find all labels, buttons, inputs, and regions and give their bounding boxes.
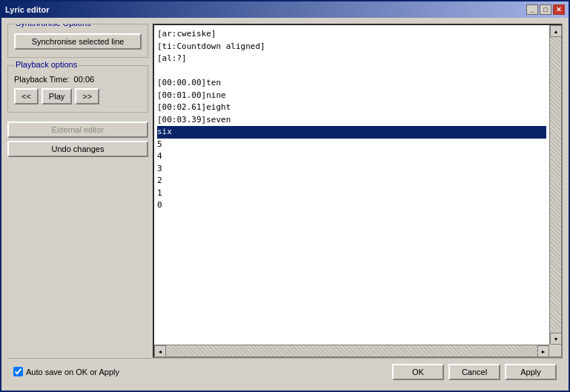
- forward-button[interactable]: >>: [75, 88, 99, 104]
- apply-button[interactable]: Apply: [505, 364, 557, 380]
- play-button[interactable]: Play: [42, 88, 72, 104]
- lyric-line[interactable]: six: [157, 126, 546, 139]
- lyric-line[interactable]: [al:?]: [157, 53, 546, 65]
- scrollbar-corner: [549, 345, 561, 356]
- playback-time-label: Playback Time:: [14, 75, 70, 84]
- autosave-label: Auto save on OK or Apply: [26, 368, 119, 376]
- scroll-up-button[interactable]: ▲: [550, 25, 562, 37]
- footer: Auto save on OK or Apply OK Cancel Apply: [7, 358, 563, 385]
- autosave-row: Auto save on OK or Apply: [13, 367, 119, 376]
- sync-selected-line-button[interactable]: Synchronise selected line: [14, 33, 142, 50]
- playback-controls: << Play >>: [14, 88, 142, 104]
- main-content: Synchronise Options Synchronise selected…: [7, 24, 563, 358]
- minimize-button[interactable]: _: [526, 4, 538, 15]
- lyric-line[interactable]: 5: [157, 139, 546, 151]
- close-button[interactable]: ✕: [553, 4, 565, 15]
- lyric-line[interactable]: [00:03.39]seven: [157, 114, 546, 127]
- lyrics-panel: [ar:cweiske][ti:Countdown aligned][al:?]…: [153, 24, 563, 358]
- lyric-line[interactable]: 4: [157, 150, 546, 163]
- lyric-line[interactable]: 0: [157, 199, 546, 212]
- lyric-line[interactable]: [157, 65, 546, 78]
- ok-button[interactable]: OK: [392, 364, 444, 380]
- lyric-line[interactable]: 2: [157, 175, 546, 187]
- window-body: Synchronise Options Synchronise selected…: [1, 18, 569, 391]
- footer-buttons: OK Cancel Apply: [392, 364, 557, 380]
- scroll-track-horizontal: [166, 345, 537, 356]
- back-button[interactable]: <<: [14, 88, 39, 104]
- lyric-line[interactable]: 1: [157, 187, 546, 200]
- playback-options-label: Playback options: [14, 60, 79, 69]
- scroll-down-button[interactable]: ▼: [550, 333, 562, 345]
- playback-time-value: 00:06: [74, 75, 95, 84]
- title-bar-buttons: _ □ ✕: [526, 4, 565, 15]
- playback-options-group: Playback options Playback Time: 00:06 <<…: [7, 65, 148, 113]
- lyric-line[interactable]: [00:00.00]ten: [157, 77, 546, 90]
- extra-buttons-section: External editor Undo changes: [7, 122, 148, 157]
- lyric-line[interactable]: [00:01.00]nine: [157, 90, 546, 102]
- lyric-line[interactable]: [00:02.61]eight: [157, 102, 546, 114]
- scroll-left-button[interactable]: ◄: [154, 345, 166, 357]
- sync-options-label: Synchronise Options: [14, 24, 93, 27]
- horizontal-scrollbar[interactable]: ◄ ►: [154, 345, 549, 356]
- undo-changes-button[interactable]: Undo changes: [7, 141, 148, 157]
- lyric-line[interactable]: [ar:cweiske]: [157, 28, 546, 41]
- maximize-button[interactable]: □: [540, 4, 551, 15]
- lyric-line[interactable]: [ti:Countdown aligned]: [157, 41, 546, 53]
- lyric-line[interactable]: 3: [157, 163, 546, 176]
- cancel-button[interactable]: Cancel: [448, 364, 500, 380]
- autosave-checkbox[interactable]: [13, 367, 23, 376]
- scroll-track-vertical: [550, 37, 561, 333]
- sync-options-group: Synchronise Options Synchronise selected…: [7, 24, 148, 58]
- scroll-right-button[interactable]: ►: [537, 345, 549, 357]
- lyrics-text-area[interactable]: [ar:cweiske][ti:Countdown aligned][al:?]…: [154, 25, 549, 345]
- left-panel: Synchronise Options Synchronise selected…: [7, 24, 148, 358]
- window-title: Lyric editor: [5, 5, 50, 14]
- main-window: Lyric editor _ □ ✕ Synchronise Options S…: [0, 0, 570, 392]
- title-bar: Lyric editor _ □ ✕: [1, 1, 569, 18]
- external-editor-button[interactable]: External editor: [7, 122, 148, 138]
- vertical-scrollbar[interactable]: ▲ ▼: [549, 25, 561, 345]
